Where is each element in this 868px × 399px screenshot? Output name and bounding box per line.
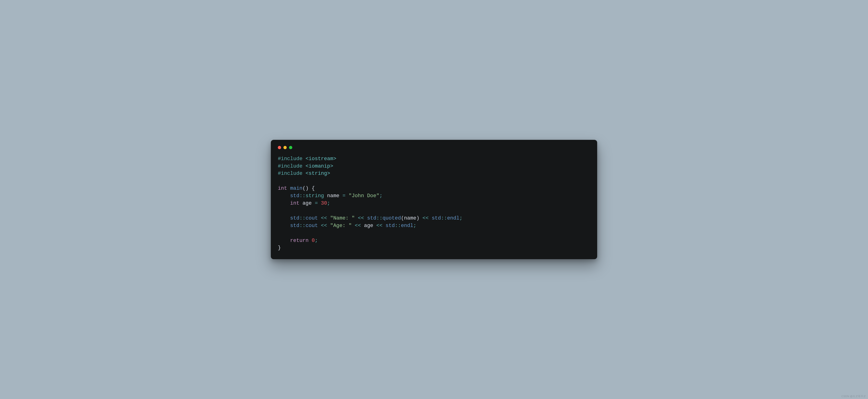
code-token: #include: [278, 163, 306, 169]
code-token: name: [404, 215, 416, 221]
code-token: [312, 201, 315, 206]
code-token: (): [303, 186, 309, 191]
code-token: age: [364, 223, 373, 228]
code-token: #include: [278, 171, 306, 177]
code-token: <iomanip>: [306, 163, 333, 169]
code-token: [345, 193, 348, 199]
code-token: [324, 193, 327, 199]
code-token: std: [385, 223, 395, 228]
code-token: #include: [278, 156, 306, 162]
code-token: cout: [306, 215, 318, 221]
code-token: ::: [299, 215, 305, 221]
code-token: return: [290, 238, 309, 244]
code-token: ;: [413, 223, 416, 228]
code-token: [318, 223, 321, 228]
code-token: <<: [423, 215, 429, 221]
close-icon[interactable]: [278, 146, 281, 149]
code-token: ;: [459, 215, 462, 221]
code-token: std: [432, 215, 441, 221]
code-token: quoted: [382, 215, 401, 221]
code-token: ::: [441, 215, 447, 221]
watermark-text: CSDN @大才哥不才: [841, 395, 866, 398]
code-token: [373, 223, 376, 228]
code-token: (: [401, 215, 404, 221]
code-token: [382, 223, 385, 228]
code-token: [309, 186, 312, 191]
code-token: ;: [379, 193, 382, 199]
code-token: "Name: ": [330, 215, 355, 221]
code-token: "John Doe": [349, 193, 379, 199]
code-token: int: [278, 186, 287, 191]
code-token: <<: [376, 223, 382, 228]
code-token: <<: [355, 223, 361, 228]
code-token: [327, 223, 330, 228]
code-line: std::string name = "John Doe";: [278, 193, 382, 199]
code-token: ;: [327, 201, 330, 206]
code-token: cout: [306, 223, 318, 228]
code-line: #include <iostream>: [278, 156, 336, 162]
code-token: ): [416, 215, 419, 221]
code-line: std::cout << "Name: " << std::quoted(nam…: [278, 215, 462, 221]
code-token: [339, 193, 342, 199]
code-token: [429, 215, 432, 221]
code-token: std: [290, 215, 300, 221]
code-token: [352, 223, 355, 228]
code-token: int: [290, 201, 300, 206]
code-token: std: [290, 223, 300, 228]
code-token: <<: [358, 215, 364, 221]
code-token: [419, 215, 422, 221]
code-token: ::: [299, 193, 305, 199]
code-token: <<: [321, 223, 327, 228]
code-token: <<: [321, 215, 327, 221]
code-window: #include <iostream> #include <iomanip> #…: [271, 140, 597, 259]
maximize-icon[interactable]: [289, 146, 292, 149]
code-token: std: [290, 193, 300, 199]
code-line: #include <iomanip>: [278, 163, 333, 169]
code-token: [318, 201, 321, 206]
code-token: age: [303, 201, 312, 206]
minimize-icon[interactable]: [283, 146, 287, 149]
code-line: }: [278, 245, 281, 251]
code-token: ;: [315, 238, 318, 244]
code-token: 0: [312, 238, 315, 244]
code-token: ::: [395, 223, 401, 228]
code-token: [361, 223, 364, 228]
code-token: [355, 215, 358, 221]
code-token: }: [278, 245, 281, 251]
code-block: #include <iostream> #include <iomanip> #…: [278, 155, 590, 252]
code-token: {: [312, 186, 315, 191]
code-line: int main() {: [278, 186, 315, 191]
code-token: main: [290, 186, 303, 191]
code-line: std::cout << "Age: " << age << std::endl…: [278, 223, 416, 228]
code-token: =: [342, 193, 345, 199]
code-token: ::: [299, 223, 305, 228]
code-token: string: [306, 193, 324, 199]
code-token: <iostream>: [306, 156, 336, 162]
code-token: [309, 238, 312, 244]
code-token: =: [315, 201, 318, 206]
code-token: 30: [321, 201, 327, 206]
code-line: return 0;: [278, 238, 318, 244]
code-token: std: [367, 215, 376, 221]
code-token: name: [327, 193, 339, 199]
code-token: [327, 215, 330, 221]
code-line: #include <string>: [278, 171, 330, 177]
code-token: "Age: ": [330, 223, 351, 228]
code-line: int age = 30;: [278, 201, 330, 206]
code-token: [364, 215, 367, 221]
code-token: [299, 201, 302, 206]
code-token: endl: [447, 215, 459, 221]
code-token: ::: [376, 215, 382, 221]
code-token: [287, 186, 290, 191]
code-token: endl: [401, 223, 413, 228]
code-token: <string>: [306, 171, 330, 177]
code-token: [318, 215, 321, 221]
window-traffic-lights: [278, 146, 590, 149]
